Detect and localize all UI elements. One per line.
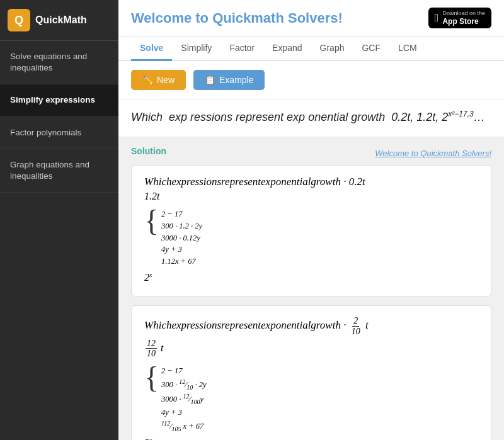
tab-expand[interactable]: Expand: [263, 37, 311, 61]
appstore-badge[interactable]:  Download on the App Store: [428, 8, 491, 28]
tab-gcf[interactable]: GCF: [353, 37, 389, 61]
solution-label: Solution: [131, 146, 166, 156]
main-content: Welcome to Quickmath Solvers!  Download…: [118, 0, 504, 440]
card2-brace-lines: 2 − 17 300 · 12⁄10 · 2y 3000 · 12⁄100y 4…: [161, 363, 206, 433]
tabs-bar: Solve Simplify Factor Expand Graph GCF L…: [118, 37, 504, 61]
example-button[interactable]: 📋 Example: [193, 70, 265, 90]
solution-card-1: Whichexpressionsrepresentexponentialgrow…: [131, 165, 491, 296]
tab-solve[interactable]: Solve: [131, 37, 172, 61]
welcome-link[interactable]: Welcome to Quickmath Solvers!: [375, 149, 491, 158]
logo-text: QuickMath: [35, 14, 87, 26]
card2-sub-expr: 12 10 t: [144, 339, 478, 359]
tab-graph[interactable]: Graph: [311, 37, 353, 61]
card1-brace-lines: 2 − 17 300 · 1.2 · 2y 3000 · 0.12y 4y + …: [161, 206, 202, 268]
card2-main-expr: Whichexpressionsrepresentexponentialgrow…: [144, 316, 478, 336]
badge-text: Download on the App Store: [442, 10, 485, 26]
question-text: Which exp ressions represent exp onentia…: [131, 111, 485, 123]
brace-icon: {: [144, 206, 159, 236]
card1-sub-expr: 1.2t: [144, 191, 478, 202]
apple-icon: : [435, 11, 439, 25]
sidebar-item-simplify[interactable]: Simplify expressions: [0, 84, 118, 116]
header: Welcome to Quickmath Solvers!  Download…: [118, 0, 504, 37]
card2-power: 2x: [144, 437, 478, 440]
logo-area[interactable]: Q QuickMath: [0, 0, 118, 41]
card1-main-expr: Whichexpressionsrepresentexponentialgrow…: [144, 176, 478, 188]
sidebar: Q QuickMath Solve equations and inequali…: [0, 0, 118, 440]
new-button[interactable]: ✏️ New: [131, 70, 186, 90]
solution-header-row: Solution Welcome to Quickmath Solvers!: [131, 144, 491, 165]
brace-icon-2: {: [144, 363, 159, 393]
card2-brace-group: { 2 − 17 300 · 12⁄10 · 2y 3000 · 12⁄100y…: [144, 363, 478, 433]
sidebar-item-graph[interactable]: Graph equations and inequalities: [0, 149, 118, 193]
card1-brace-group: { 2 − 17 300 · 1.2 · 2y 3000 · 0.12y 4y …: [144, 206, 478, 268]
sidebar-item-solve[interactable]: Solve equations and inequalities: [0, 41, 118, 84]
superscript-x: x: [149, 271, 152, 278]
tab-lcm[interactable]: LCM: [389, 37, 426, 61]
fraction-12-10: 12 10: [146, 339, 157, 359]
superscript-x-2: x: [149, 437, 152, 440]
sidebar-item-factor[interactable]: Factor polynomials: [0, 117, 118, 149]
card1-power: 2x: [144, 271, 478, 283]
book-icon: 📋: [205, 75, 215, 85]
page-title: Welcome to Quickmath Solvers!: [131, 10, 343, 26]
action-bar: ✏️ New 📋 Example: [118, 61, 504, 99]
solution-area: Solution Welcome to Quickmath Solvers! W…: [118, 137, 504, 440]
solution-card-2: Whichexpressionsrepresentexponentialgrow…: [131, 305, 491, 440]
pencil-icon: ✏️: [142, 75, 153, 85]
logo-icon: Q: [8, 9, 30, 31]
question-area: Which exp ressions represent exp onentia…: [118, 99, 504, 137]
tab-factor[interactable]: Factor: [220, 37, 263, 61]
fraction-2-10: 2 10: [350, 316, 362, 336]
tab-simplify[interactable]: Simplify: [172, 37, 220, 61]
